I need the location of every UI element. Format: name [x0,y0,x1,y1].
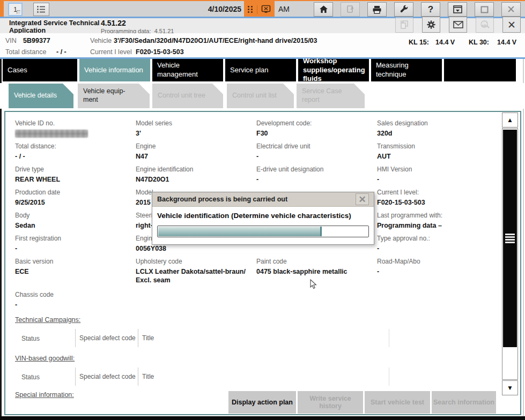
field-hidden [136,291,256,314]
tab-measuring-technique[interactable]: Measuring technique [371,59,442,81]
settings-button[interactable] [422,17,440,33]
column-header-label: Title [142,334,154,342]
mail-button[interactable] [449,17,467,33]
kl30-value: 14.4 V [497,39,516,46]
tab-vehicle-information[interactable]: Vehicle information [79,59,150,81]
subtab-control-unit-tree: Control unit tree [152,84,223,108]
field-electrical-drive-unit: Electrical drive unit- [256,142,377,166]
section-heading-vin-based-goodwill: VIN-based goodwill: [15,355,496,362]
scroll-down-button[interactable]: ▼ [502,380,518,395]
field-label: Vehicle ID no. [15,119,136,127]
field-transmission: TransmissionAUT [377,142,496,166]
field-value: LCLX Leather Dakota/sattel-braun/ Excl. … [136,268,256,284]
window-left-edge [0,59,2,420]
close-button[interactable]: ✕ [501,2,521,17]
search-information-button: Search information [432,391,496,414]
field-value: - [377,268,496,276]
display-action-plan-button[interactable]: Display action plan [228,391,296,414]
task-list-button[interactable] [33,3,49,16]
column-header-title: Title [138,329,389,347]
field-value: Sedan [15,222,136,230]
help-button[interactable]: ? [421,2,440,17]
progress-fill [158,227,322,236]
field-model-series: Model series3' [136,119,256,142]
column-header-special-defect-code: Special defect code [75,329,138,347]
device-icon [346,5,355,14]
field-label: Engine [136,142,256,150]
close-session-button[interactable]: ✕ [502,17,521,33]
svg-text:AIR: AIR [482,24,486,27]
close-session-icon: ✕ [507,20,516,30]
scroll-up-button[interactable]: ▲ [502,112,518,128]
field-engine: EngineN47 [136,142,256,166]
field-label: Last programmed with: [377,212,496,219]
subtab-control-unit-list: Control unit list [227,84,294,108]
scrollbar-thumb[interactable] [503,130,517,347]
app-title: Integrated Service Technical Application [9,19,100,35]
subtab-vehicle-details[interactable]: Vehicle details [9,84,73,108]
tab-service-plan[interactable]: Service plan [225,59,296,81]
field-label: Basic version [15,258,136,265]
field-value: - [15,301,136,310]
start-vehicle-test-button: Start vehicle test [365,391,430,414]
field-label: Development code: [256,119,377,127]
window-bottom-edge [0,416,525,420]
air-magnifier-icon: AIR [479,20,490,29]
section-header-row: StatusSpecial defect codeTitle [15,329,496,347]
field-label: Chassis code [15,291,136,298]
wrench-icon [400,5,409,14]
column-header-label: Status [21,373,40,381]
vehicle-summary-bar: VIN 5B99377 Vehicle 3'/F30/Sedan/320d/N4… [0,33,525,57]
field-value: 0056Y038 [136,245,256,253]
scrollbar-track[interactable] [502,128,518,380]
current-ilevel-label: Current I level [90,48,132,56]
question-icon: ? [428,4,433,15]
field-hidden [256,291,377,314]
copy-documents-icon [400,20,409,29]
maximize-button[interactable] [475,2,494,17]
tools-button[interactable] [394,2,413,17]
field-label: Engine identification [136,166,256,173]
field-label: Body [15,212,136,219]
version-block: 4.51.22 Programming data: 4.51.21 [101,19,174,34]
field-current-i-level: Current I level:F020-15-03-503 [377,189,496,212]
maximize-icon [480,6,489,13]
field-label: E-drive unit designation [256,166,377,173]
device-connection-button [341,2,360,17]
tab-vehicle-management[interactable]: Vehicle management [152,59,223,81]
column-header-label: Title [142,373,154,380]
console-window-icon [453,5,462,13]
log-window-button[interactable] [448,2,467,17]
field-body: BodySedan [15,212,136,235]
tab-workshop-supplies-operating-fluids[interactable]: Workshop supplies/operating fluids [298,59,369,81]
ista-window: 1 4/10/2025 AM [0,0,525,420]
field-production-date: Production date9/25/2015 [15,189,136,212]
field-value: 3' [136,130,256,138]
field-drive-type: Drive typeREAR WHEEL [15,166,136,189]
home-button[interactable] [314,2,333,17]
gear-icon [426,20,436,29]
dialog-close-button[interactable]: ✕ [356,193,369,205]
app-version: 4.51.22 [101,19,174,27]
field-value: 0475 black-sapphire metallic [256,268,377,276]
monitor-close-icon[interactable] [261,5,271,14]
column-header-status: Status [15,333,75,343]
titlebar: 1 4/10/2025 AM [0,0,525,17]
tab-cases[interactable]: Cases [3,59,77,81]
field-value: 320d [377,130,496,138]
subtab-vehicle-equip-ment[interactable]: Vehicle equip- ment [78,84,150,108]
session-orange-group [244,1,275,18]
column-header-status: Status [15,372,75,381]
vehicle-value: 3'/F30/Sedan/320d/N47D20O1/AUT/ECE/right… [114,37,317,44]
field-road-map-abo: Road-Map/Abo- [377,258,496,291]
field-label: Upholstery code [136,258,256,265]
field-label: HMI Version [377,166,496,173]
total-distance-value: - / - [56,48,66,56]
bullet-list-icon [36,5,46,13]
drag-handle-icon[interactable] [248,6,253,13]
page-fold-decoration [17,10,20,14]
print-button[interactable] [367,2,387,17]
field-label: Production date [15,189,136,196]
page-indicator-button[interactable]: 1 [8,3,23,16]
section-header-row: StatusSpecial defect codeTitle [15,368,496,386]
